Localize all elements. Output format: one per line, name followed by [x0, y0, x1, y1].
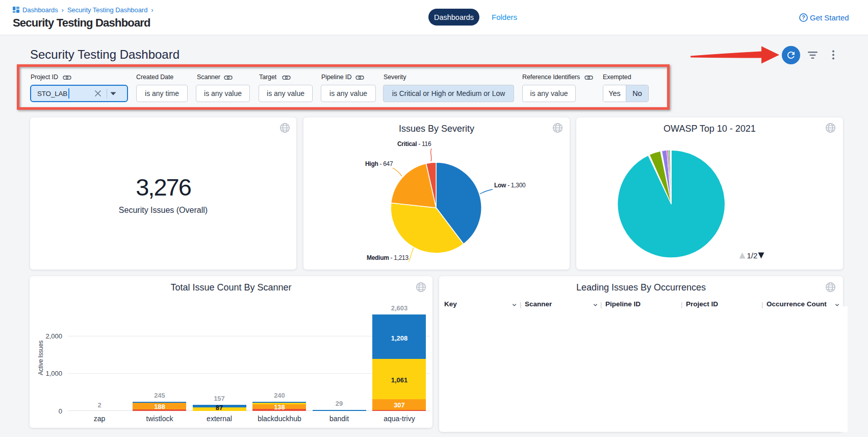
svg-text:?: ? [802, 14, 805, 20]
